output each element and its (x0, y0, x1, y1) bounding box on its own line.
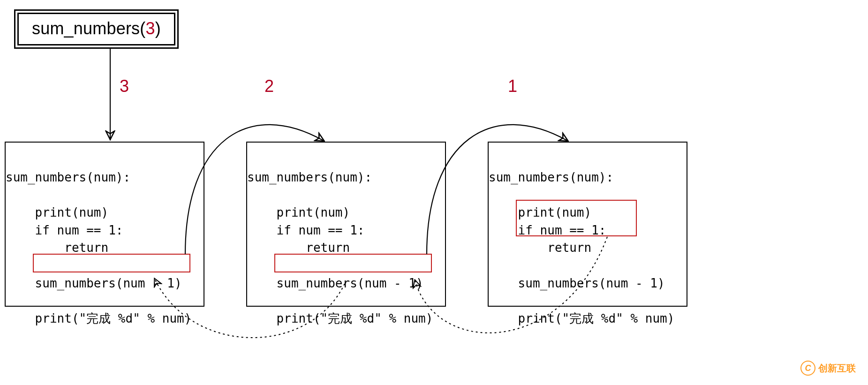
code-if: if num == 1: (247, 223, 364, 237)
code-sig: sum_numbers(num): (6, 170, 130, 184)
step-label-1: 1 (508, 76, 517, 96)
code-sig: sum_numbers(num): (247, 170, 372, 184)
open-paren: ( (140, 19, 145, 38)
code-recursive-call: sum_numbers(num - 1) (6, 276, 182, 290)
frame-call-1: sum_numbers(num): print(num) if num == 1… (488, 142, 687, 307)
highlight-recursive-call (33, 254, 190, 272)
code-if: if num == 1: (6, 223, 123, 237)
code-print: print(num) (6, 205, 108, 219)
entry-fn-name: sum_numbers (32, 19, 140, 38)
code-print: print(num) (247, 205, 350, 219)
watermark-icon-letter: C (805, 363, 811, 373)
entry-call-box: sum_numbers(3) (14, 9, 179, 49)
entry-call-inner: sum_numbers(3) (17, 13, 175, 45)
watermark-icon: C (800, 361, 815, 376)
step-label-3: 3 (120, 76, 129, 96)
entry-arg: 3 (146, 19, 155, 38)
frame-call-2: sum_numbers(num): print(num) if num == 1… (246, 142, 446, 307)
frame-call-3: sum_numbers(num): print(num) if num == 1… (5, 142, 204, 307)
code-recursive-call: sum_numbers(num - 1) (489, 276, 665, 290)
code-return: return (489, 241, 591, 255)
code-print2: print("完成 %d" % num) (247, 311, 433, 325)
code-return: return (6, 241, 108, 255)
code-print2: print("完成 %d" % num) (489, 311, 674, 325)
watermark: C 创新互联 (800, 361, 856, 376)
close-paren: ) (155, 19, 161, 38)
code-return: return (247, 241, 350, 255)
code-recursive-call: sum_numbers(num - 1) (247, 276, 423, 290)
step-label-2: 2 (264, 76, 274, 96)
watermark-text: 创新互联 (818, 362, 856, 375)
code-print2: print("完成 %d" % num) (6, 311, 191, 325)
highlight-base-case (516, 200, 637, 236)
highlight-recursive-call (274, 254, 432, 272)
code-sig: sum_numbers(num): (489, 170, 613, 184)
